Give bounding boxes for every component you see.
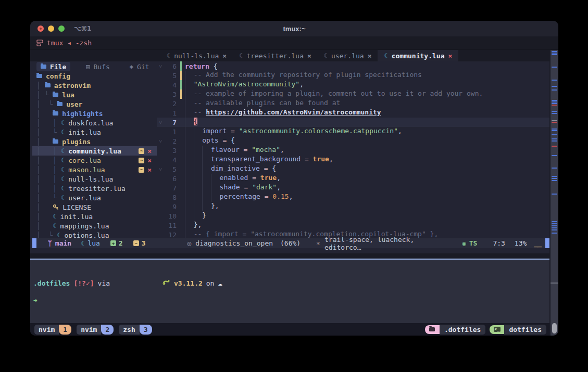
tree-item-lua[interactable]: │ └ lua (32, 90, 157, 99)
tree-item-core.lua[interactable]: │ │ ☾core.lua~× (32, 156, 157, 165)
lua-file-icon: ☾ (61, 147, 65, 155)
tree-item-init.lua[interactable]: │ ☾init.lua (32, 212, 157, 221)
tmux-tab-bar[interactable]: tmux ◂ -zsh (30, 36, 558, 50)
code-text: transparent_background = true, (185, 155, 333, 164)
code-line-3: 4"AstroNvim/astrocommunity", (157, 80, 549, 89)
buffer-tab-null-ls.lua[interactable]: ☾null-ls.lua× (160, 50, 233, 61)
code-line-6: 1-- https://github.com/AstroNvim/astroco… (157, 108, 549, 118)
tree-item-user[interactable]: │ └ user (32, 99, 157, 109)
indent-guide (194, 136, 203, 146)
git-sign (180, 71, 182, 80)
code-line-5: 2-- available plugins can be found at (157, 99, 549, 108)
close-file-icon[interactable]: × (147, 166, 152, 174)
git-branch: ᛘ main (48, 239, 71, 247)
tree-item-plugins[interactable]: │ plugins (32, 137, 157, 146)
tree-item-user.lua[interactable]: │ └ ☾user.lua (32, 193, 157, 202)
tree-item-highlights[interactable]: │ highlights (32, 109, 157, 118)
prompt-directory: .dotfiles (33, 279, 70, 287)
token-op: = (240, 183, 252, 191)
fold-arrow-icon[interactable]: ˅ (157, 119, 164, 126)
scroll-mark-blue (552, 233, 557, 234)
close-file-icon[interactable]: × (147, 147, 152, 155)
tree-item-treesitter.lua[interactable]: │ │ ☾treesitter.lua (32, 184, 157, 193)
git-sign (180, 221, 182, 230)
tree-item-duskfox.lua[interactable]: │ │ ☾duskfox.lua (32, 118, 157, 127)
close-buffer-icon[interactable]: × (368, 52, 372, 60)
token-op: = (260, 164, 272, 172)
token-op: = (227, 127, 239, 135)
lua-file-icon: ☾ (53, 222, 56, 229)
indent-guide (185, 127, 194, 136)
tmux-window-zsh-3[interactable]: zsh3 (119, 325, 152, 335)
tree-item-options.lua[interactable]: │ └ ☾options.lua (32, 230, 157, 238)
nvim-pane[interactable]: ☾null-ls.lua×☾treesitter.lua×☾user.lua×☾… (30, 50, 549, 253)
line-number: 4 (164, 81, 177, 89)
close-buffer-icon[interactable]: × (307, 52, 311, 60)
fold-arrow-icon[interactable]: ˅ (157, 63, 164, 70)
tmux-window-nvim-1[interactable]: nvim1 (34, 325, 71, 335)
code-text: -- available plugins can be found at (185, 99, 340, 108)
tree-item-mappings.lua[interactable]: │ ☾mappings.lua (32, 221, 157, 230)
modified-badge-icon: ~ (139, 148, 144, 154)
git-sign (180, 155, 182, 164)
neo-tree-sidebar[interactable]: File ▤ Bufs ◈ Git config│ astronvim│ (30, 61, 157, 238)
buffer-tab-treesitter.lua[interactable]: ☾treesitter.lua× (233, 50, 318, 61)
line-number: 10 (164, 212, 177, 220)
folder-icon (53, 139, 58, 144)
token-bool: true (260, 174, 277, 182)
scrollbar[interactable] (551, 50, 558, 336)
fold-arrow-icon[interactable]: ˅ (157, 138, 164, 145)
tree-item-init.lua[interactable]: │ └ ☾init.lua (32, 127, 157, 137)
token-op: = (260, 193, 272, 200)
indent-guide (202, 164, 211, 174)
titlebar[interactable]: ⌥⌘1 tmux:~ (30, 21, 558, 36)
zsh-pane[interactable]: .dotfiles [!?✓] via v3.11.2 on ☁ ➜ (30, 260, 549, 327)
indent-guide (211, 183, 220, 193)
scroll-mark-blue (552, 86, 557, 87)
fold-arrow-icon[interactable]: ˅ (157, 166, 164, 173)
git-sign (180, 230, 182, 238)
code-line-14: 7shade = "dark", (157, 183, 549, 193)
git-sign (180, 89, 182, 99)
scroll-mark-blue (552, 134, 557, 135)
line-number: 6 (164, 175, 177, 183)
tree-item-LICENSE[interactable]: │ LICENSE (32, 202, 157, 212)
cursor-block: { (194, 118, 198, 125)
tree-item-null-ls.lua[interactable]: │ │ ☾null-ls.lua (32, 174, 157, 184)
tree-item-mason.lua[interactable]: │ │ ☾mason.lua~× (32, 165, 157, 174)
tab-bufs[interactable]: ▤ Bufs (82, 62, 114, 71)
buffer-tab-community.lua[interactable]: ☾community.lua× (378, 50, 458, 61)
close-buffer-icon[interactable]: × (222, 52, 227, 60)
tree-guides: │ (36, 82, 45, 89)
terminal-badge: >_ (490, 325, 504, 334)
scroll-mark-blue (552, 194, 557, 195)
token-op: = (240, 146, 252, 153)
treesitter-label: TS (469, 239, 478, 247)
tree-guides: │ (36, 138, 53, 146)
scroll-mark-blue (552, 138, 557, 139)
line-number: 2 (164, 137, 177, 145)
code-text: return { (185, 62, 218, 70)
indent-guide (202, 174, 211, 183)
close-buffer-icon[interactable]: × (448, 52, 452, 60)
close-file-icon[interactable]: × (147, 157, 152, 164)
lua-file-icon: ☾ (61, 175, 65, 183)
tmux-window-index: 2 (101, 325, 114, 335)
editor-buffer[interactable]: ˅6return {5-- Add the community reposito… (157, 61, 549, 238)
tab-file[interactable]: File (36, 62, 70, 71)
tree-item-astronvim[interactable]: │ astronvim (32, 81, 157, 90)
indent-guide (185, 221, 194, 230)
token-op: = (301, 155, 312, 163)
scroll-mark-blue (552, 103, 557, 104)
tree-item-community.lua[interactable]: │ │ ☾community.lua~× (32, 146, 157, 156)
scrollbar-thumb[interactable] (552, 323, 557, 333)
indent-guide (194, 164, 203, 174)
tmux-window-nvim-2[interactable]: nvim2 (77, 325, 114, 335)
tab-git[interactable]: ◈ Git (126, 62, 154, 71)
token-op: = (248, 174, 260, 182)
bufferline: ☾null-ls.lua×☾treesitter.lua×☾user.lua×☾… (30, 50, 549, 61)
indent-guide (185, 202, 194, 211)
buffer-tab-user.lua[interactable]: ☾user.lua× (318, 50, 378, 61)
token-punc: , (398, 127, 402, 135)
tree-item-config[interactable]: config (32, 71, 157, 81)
